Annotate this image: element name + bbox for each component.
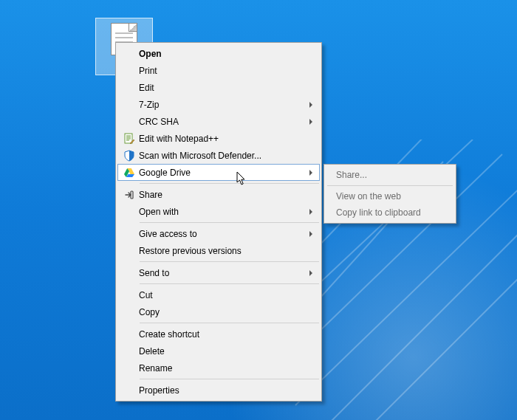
menu-give-access-to[interactable]: Give access to — [117, 225, 320, 242]
menu-crcsha[interactable]: CRC SHA — [117, 113, 320, 130]
separator — [140, 283, 319, 284]
menu-crcsha-label: CRC SHA — [139, 117, 302, 127]
menu-7zip-label: 7-Zip — [139, 100, 302, 110]
menu-notepadpp-label: Edit with Notepad++ — [139, 134, 302, 144]
chevron-right-icon — [309, 209, 312, 215]
menu-cut[interactable]: Cut — [117, 286, 320, 303]
menu-7zip[interactable]: 7-Zip — [117, 96, 320, 113]
svg-rect-1 — [131, 191, 133, 199]
menu-share-label: Share — [139, 190, 302, 200]
menu-defender-label: Scan with Microsoft Defender... — [139, 151, 302, 161]
menu-edit[interactable]: Edit — [117, 79, 320, 96]
menu-open-with-label: Open with — [139, 207, 302, 217]
submenu-share[interactable]: Share... — [326, 167, 454, 183]
desktop[interactable]: IV Open Print Edit 7-Zip CRC SHA — [0, 0, 517, 420]
menu-open[interactable]: Open — [117, 45, 320, 62]
separator — [140, 323, 319, 323]
context-menu: Open Print Edit 7-Zip CRC SHA — [115, 42, 322, 402]
google-drive-icon — [120, 166, 139, 179]
separator — [327, 185, 453, 186]
menu-copy[interactable]: Copy — [117, 303, 320, 320]
menu-restore-versions[interactable]: Restore previous versions — [117, 242, 320, 259]
menu-give-access-label: Give access to — [139, 229, 302, 239]
chevron-right-icon — [309, 270, 312, 276]
chevron-right-icon — [309, 102, 312, 108]
menu-google-drive[interactable]: Google Drive — [117, 164, 320, 181]
menu-rename[interactable]: Rename — [117, 359, 320, 376]
menu-share[interactable]: Share — [117, 186, 320, 203]
menu-send-to[interactable]: Send to — [117, 264, 320, 281]
menu-defender[interactable]: Scan with Microsoft Defender... — [117, 147, 320, 164]
menu-edit-label: Edit — [139, 83, 302, 93]
menu-cut-label: Cut — [139, 290, 302, 300]
menu-open-label: Open — [139, 49, 302, 59]
menu-google-drive-label: Google Drive — [139, 168, 302, 178]
separator — [140, 261, 319, 262]
menu-delete-label: Delete — [139, 346, 302, 357]
menu-rename-label: Rename — [139, 363, 302, 373]
chevron-right-icon — [309, 170, 312, 176]
submenu-view-on-web[interactable]: View on the web — [326, 188, 454, 204]
submenu-copy-link[interactable]: Copy link to clipboard — [326, 204, 454, 221]
separator — [140, 379, 319, 379]
chevron-right-icon — [309, 231, 312, 237]
share-icon — [120, 188, 139, 202]
menu-restore-label: Restore previous versions — [139, 246, 302, 256]
defender-shield-icon — [120, 149, 139, 162]
menu-notepadpp[interactable]: Edit with Notepad++ — [117, 130, 320, 147]
submenu-share-label: Share... — [336, 170, 367, 180]
menu-open-with[interactable]: Open with — [117, 203, 320, 220]
submenu-copy-link-label: Copy link to clipboard — [336, 207, 421, 218]
notepadpp-icon — [120, 132, 139, 145]
menu-shortcut-label: Create shortcut — [139, 329, 302, 340]
separator — [140, 183, 319, 184]
google-drive-submenu: Share... View on the web Copy link to cl… — [323, 164, 456, 224]
menu-copy-label: Copy — [139, 307, 302, 317]
menu-properties[interactable]: Properties — [117, 382, 320, 399]
chevron-right-icon — [309, 119, 312, 125]
separator — [140, 222, 319, 223]
menu-send-to-label: Send to — [139, 268, 302, 278]
menu-create-shortcut[interactable]: Create shortcut — [117, 326, 320, 342]
menu-properties-label: Properties — [139, 385, 302, 396]
menu-delete[interactable]: Delete — [117, 342, 320, 359]
menu-print[interactable]: Print — [117, 62, 320, 79]
submenu-view-web-label: View on the web — [336, 191, 401, 202]
menu-print-label: Print — [139, 66, 302, 76]
